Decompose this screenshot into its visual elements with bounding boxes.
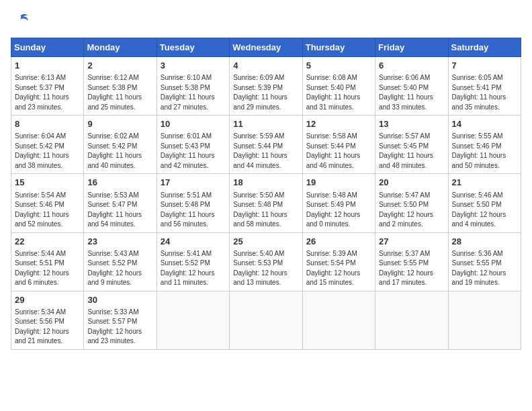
weekday-header-friday: Friday — [375, 38, 448, 57]
calendar-cell: 28Sunrise: 5:36 AMSunset: 5:55 PMDayligh… — [448, 232, 521, 291]
calendar-week-2: 8Sunrise: 6:04 AMSunset: 5:42 PMDaylight… — [11, 116, 521, 174]
calendar-cell: 16Sunrise: 5:53 AMSunset: 5:47 PMDayligh… — [84, 174, 157, 232]
calendar-cell: 21Sunrise: 5:46 AMSunset: 5:50 PMDayligh… — [448, 174, 521, 232]
day-number: 8 — [15, 118, 80, 130]
calendar-cell: 8Sunrise: 6:04 AMSunset: 5:42 PMDaylight… — [11, 116, 84, 174]
day-info: Sunrise: 5:36 AMSunset: 5:55 PMDaylight:… — [452, 249, 517, 288]
calendar-cell: 23Sunrise: 5:43 AMSunset: 5:52 PMDayligh… — [84, 232, 157, 291]
day-info: Sunrise: 6:05 AMSunset: 5:41 PMDaylight:… — [452, 73, 517, 112]
calendar-cell — [448, 291, 521, 349]
day-number: 27 — [379, 236, 444, 248]
weekday-header-tuesday: Tuesday — [157, 38, 229, 57]
calendar-cell: 7Sunrise: 6:05 AMSunset: 5:41 PMDaylight… — [448, 57, 521, 116]
day-number: 19 — [306, 177, 371, 189]
day-info: Sunrise: 5:53 AMSunset: 5:47 PMDaylight:… — [87, 191, 152, 230]
calendar-cell: 9Sunrise: 6:02 AMSunset: 5:42 PMDaylight… — [84, 116, 157, 174]
calendar-cell: 22Sunrise: 5:44 AMSunset: 5:51 PMDayligh… — [11, 232, 84, 291]
day-info: Sunrise: 5:47 AMSunset: 5:50 PMDaylight:… — [379, 191, 444, 230]
calendar-cell: 27Sunrise: 5:37 AMSunset: 5:55 PMDayligh… — [375, 232, 448, 291]
calendar-cell: 26Sunrise: 5:39 AMSunset: 5:54 PMDayligh… — [302, 232, 375, 291]
calendar-table: SundayMondayTuesdayWednesdayThursdayFrid… — [11, 38, 521, 350]
day-info: Sunrise: 5:34 AMSunset: 5:56 PMDaylight:… — [15, 308, 80, 347]
calendar-cell: 18Sunrise: 5:50 AMSunset: 5:48 PMDayligh… — [230, 174, 302, 232]
calendar-cell: 3Sunrise: 6:10 AMSunset: 5:38 PMDaylight… — [157, 57, 229, 116]
day-number: 15 — [15, 177, 80, 189]
calendar-cell: 11Sunrise: 5:59 AMSunset: 5:44 PMDayligh… — [230, 116, 302, 174]
day-number: 14 — [452, 118, 517, 130]
day-info: Sunrise: 5:59 AMSunset: 5:44 PMDaylight:… — [233, 132, 298, 171]
day-number: 6 — [379, 60, 444, 72]
day-number: 13 — [379, 118, 444, 130]
calendar-cell: 20Sunrise: 5:47 AMSunset: 5:50 PMDayligh… — [375, 174, 448, 232]
weekday-header-sunday: Sunday — [11, 38, 84, 57]
day-info: Sunrise: 6:04 AMSunset: 5:42 PMDaylight:… — [15, 132, 80, 171]
day-number: 25 — [233, 236, 298, 248]
day-number: 7 — [452, 60, 517, 72]
day-info: Sunrise: 5:58 AMSunset: 5:44 PMDaylight:… — [306, 132, 371, 171]
day-info: Sunrise: 5:48 AMSunset: 5:49 PMDaylight:… — [306, 191, 371, 230]
day-info: Sunrise: 6:01 AMSunset: 5:43 PMDaylight:… — [161, 132, 226, 171]
day-info: Sunrise: 5:50 AMSunset: 5:48 PMDaylight:… — [233, 191, 298, 230]
day-number: 10 — [161, 118, 226, 130]
day-info: Sunrise: 5:54 AMSunset: 5:46 PMDaylight:… — [15, 191, 80, 230]
calendar-cell: 24Sunrise: 5:41 AMSunset: 5:52 PMDayligh… — [157, 232, 229, 291]
day-info: Sunrise: 5:40 AMSunset: 5:53 PMDaylight:… — [233, 249, 298, 288]
day-number: 5 — [306, 60, 371, 72]
calendar-cell — [157, 291, 229, 349]
day-number: 9 — [87, 118, 152, 130]
weekday-header-thursday: Thursday — [302, 38, 375, 57]
calendar-week-5: 29Sunrise: 5:34 AMSunset: 5:56 PMDayligh… — [11, 291, 521, 349]
day-info: Sunrise: 6:13 AMSunset: 5:37 PMDaylight:… — [15, 73, 80, 112]
logo — [11, 11, 31, 32]
day-number: 21 — [452, 177, 517, 189]
weekday-header-row: SundayMondayTuesdayWednesdayThursdayFrid… — [11, 38, 521, 57]
calendar-week-4: 22Sunrise: 5:44 AMSunset: 5:51 PMDayligh… — [11, 232, 521, 291]
weekday-header-wednesday: Wednesday — [230, 38, 302, 57]
calendar-cell: 19Sunrise: 5:48 AMSunset: 5:49 PMDayligh… — [302, 174, 375, 232]
calendar-cell: 25Sunrise: 5:40 AMSunset: 5:53 PMDayligh… — [230, 232, 302, 291]
calendar-cell — [375, 291, 448, 349]
day-info: Sunrise: 5:46 AMSunset: 5:50 PMDaylight:… — [452, 191, 517, 230]
day-number: 18 — [233, 177, 298, 189]
day-info: Sunrise: 5:51 AMSunset: 5:48 PMDaylight:… — [161, 191, 226, 230]
calendar-cell: 10Sunrise: 6:01 AMSunset: 5:43 PMDayligh… — [157, 116, 229, 174]
day-info: Sunrise: 6:02 AMSunset: 5:42 PMDaylight:… — [87, 132, 152, 171]
day-number: 12 — [306, 118, 371, 130]
day-number: 16 — [87, 177, 152, 189]
day-number: 29 — [15, 294, 80, 306]
day-info: Sunrise: 5:44 AMSunset: 5:51 PMDaylight:… — [15, 249, 80, 288]
calendar-cell: 6Sunrise: 6:06 AMSunset: 5:40 PMDaylight… — [375, 57, 448, 116]
day-info: Sunrise: 5:55 AMSunset: 5:46 PMDaylight:… — [452, 132, 517, 171]
day-info: Sunrise: 5:43 AMSunset: 5:52 PMDaylight:… — [87, 249, 152, 288]
calendar-cell: 12Sunrise: 5:58 AMSunset: 5:44 PMDayligh… — [302, 116, 375, 174]
weekday-header-monday: Monday — [84, 38, 157, 57]
day-number: 1 — [15, 60, 80, 72]
day-number: 20 — [379, 177, 444, 189]
calendar-cell: 29Sunrise: 5:34 AMSunset: 5:56 PMDayligh… — [11, 291, 84, 349]
day-info: Sunrise: 5:33 AMSunset: 5:57 PMDaylight:… — [87, 308, 152, 347]
calendar-week-3: 15Sunrise: 5:54 AMSunset: 5:46 PMDayligh… — [11, 174, 521, 232]
calendar-cell — [230, 291, 302, 349]
logo-icon — [11, 11, 30, 30]
day-number: 2 — [87, 60, 152, 72]
day-info: Sunrise: 5:41 AMSunset: 5:52 PMDaylight:… — [161, 249, 226, 288]
calendar-cell: 4Sunrise: 6:09 AMSunset: 5:39 PMDaylight… — [230, 57, 302, 116]
day-number: 4 — [233, 60, 298, 72]
calendar-cell: 30Sunrise: 5:33 AMSunset: 5:57 PMDayligh… — [84, 291, 157, 349]
calendar-cell: 2Sunrise: 6:12 AMSunset: 5:38 PMDaylight… — [84, 57, 157, 116]
day-info: Sunrise: 6:08 AMSunset: 5:40 PMDaylight:… — [306, 73, 371, 112]
day-number: 30 — [87, 294, 152, 306]
calendar-cell: 13Sunrise: 5:57 AMSunset: 5:45 PMDayligh… — [375, 116, 448, 174]
page-header — [11, 11, 521, 32]
day-number: 11 — [233, 118, 298, 130]
day-info: Sunrise: 6:09 AMSunset: 5:39 PMDaylight:… — [233, 73, 298, 112]
calendar-week-1: 1Sunrise: 6:13 AMSunset: 5:37 PMDaylight… — [11, 57, 521, 116]
day-number: 26 — [306, 236, 371, 248]
calendar-cell: 5Sunrise: 6:08 AMSunset: 5:40 PMDaylight… — [302, 57, 375, 116]
day-number: 3 — [161, 60, 226, 72]
day-info: Sunrise: 6:10 AMSunset: 5:38 PMDaylight:… — [161, 73, 226, 112]
calendar-cell — [302, 291, 375, 349]
day-number: 22 — [15, 236, 80, 248]
calendar-cell: 14Sunrise: 5:55 AMSunset: 5:46 PMDayligh… — [448, 116, 521, 174]
day-number: 24 — [161, 236, 226, 248]
